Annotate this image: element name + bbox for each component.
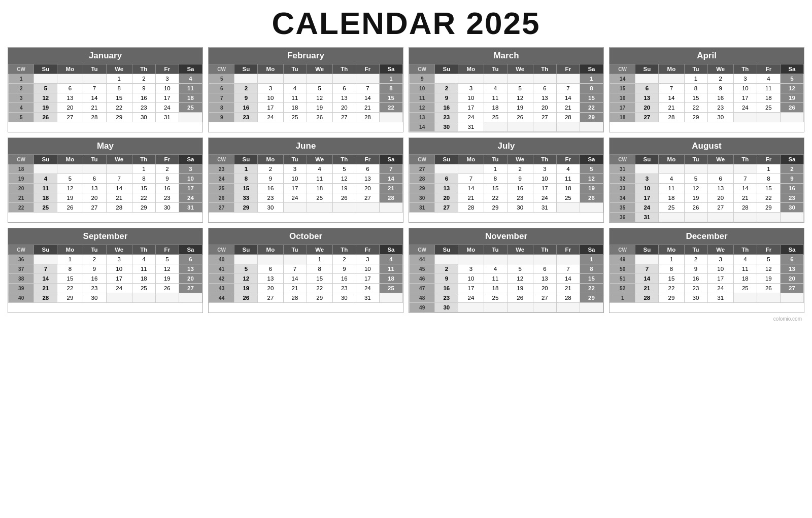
day-cell: 5	[307, 84, 332, 93]
month-title: August	[610, 138, 804, 154]
day-cell: 21	[659, 103, 684, 113]
day-cell: 14	[733, 184, 757, 193]
day-cell: 2	[684, 255, 707, 264]
day-cell: 16	[507, 184, 533, 193]
day-cell: 23	[780, 193, 803, 203]
cw-cell: 5	[209, 74, 234, 84]
day-cell: 7	[34, 264, 57, 274]
day-cell: 11	[484, 274, 507, 284]
cw-cell: 22	[9, 203, 34, 213]
day-cell	[757, 293, 780, 303]
day-cell: 13	[83, 184, 106, 193]
day-cell: 31	[179, 203, 202, 213]
day-cell	[635, 164, 659, 174]
month-title: October	[209, 228, 403, 245]
day-cell: 25	[283, 113, 307, 122]
day-cell: 20	[435, 193, 458, 203]
day-cell: 29	[580, 113, 603, 122]
day-cell	[83, 164, 106, 174]
day-cell: 29	[132, 203, 155, 213]
day-cell: 19	[307, 103, 332, 113]
day-cell: 30	[507, 203, 533, 213]
day-cell: 15	[307, 274, 332, 284]
day-cell	[332, 74, 356, 84]
day-header-sa: Sa	[780, 155, 803, 164]
day-cell: 12	[307, 93, 332, 103]
day-cell	[234, 74, 258, 84]
day-cell: 16	[155, 184, 179, 193]
day-cell: 14	[659, 93, 684, 103]
cw-header: CW	[209, 245, 234, 255]
day-cell: 6	[179, 255, 202, 264]
day-cell: 27	[83, 203, 106, 213]
day-cell: 24	[458, 293, 484, 303]
day-cell: 8	[234, 174, 258, 184]
day-cell: 12	[57, 184, 83, 193]
day-cell	[733, 113, 757, 122]
day-cell: 2	[234, 84, 258, 93]
day-header-th: Th	[132, 64, 155, 74]
day-cell: 5	[780, 74, 803, 84]
day-cell: 30	[780, 203, 803, 213]
day-cell: 27	[258, 293, 283, 303]
day-cell: 17	[155, 93, 179, 103]
day-cell: 31	[707, 293, 733, 303]
day-cell: 4	[556, 164, 580, 174]
day-cell: 11	[733, 264, 757, 274]
day-cell	[507, 303, 533, 313]
day-cell: 14	[556, 274, 580, 284]
day-cell: 12	[332, 174, 356, 184]
day-cell: 8	[106, 84, 132, 93]
day-cell: 12	[155, 264, 179, 274]
cw-cell: 46	[410, 274, 435, 284]
day-cell: 26	[155, 284, 179, 293]
day-cell	[780, 293, 803, 303]
day-cell: 8	[484, 174, 507, 184]
day-cell	[556, 255, 580, 264]
cw-header: CW	[610, 64, 635, 74]
day-cell: 28	[34, 293, 57, 303]
cw-cell: 1	[9, 74, 34, 84]
day-cell	[307, 203, 332, 213]
day-cell: 13	[533, 93, 556, 103]
cw-cell: 27	[209, 203, 234, 213]
day-cell: 28	[83, 113, 106, 122]
day-cell: 21	[106, 193, 132, 203]
day-header-sa: Sa	[379, 245, 402, 255]
day-cell	[659, 164, 684, 174]
cw-cell: 37	[9, 264, 34, 274]
day-cell: 9	[234, 93, 258, 103]
month-table: CWSuMoTuWeThFrSa141234515678910111216131…	[610, 64, 804, 122]
day-cell: 27	[57, 113, 83, 122]
day-header-sa: Sa	[179, 64, 202, 74]
day-cell: 7	[458, 174, 484, 184]
day-cell	[484, 303, 507, 313]
day-cell: 12	[684, 184, 707, 193]
day-cell	[580, 203, 603, 213]
day-cell	[34, 164, 57, 174]
day-header-su: Su	[635, 245, 659, 255]
day-header-th: Th	[533, 155, 556, 164]
day-cell: 8	[659, 264, 684, 274]
day-cell: 30	[132, 113, 155, 122]
day-cell: 16	[83, 274, 106, 284]
day-cell: 26	[780, 103, 803, 113]
calendar-grid: JanuaryCWSuMoTuWeThFrSa11234256789101131…	[8, 47, 804, 313]
day-cell: 19	[580, 184, 603, 193]
day-cell: 5	[155, 255, 179, 264]
day-header-we: We	[307, 64, 332, 74]
day-cell	[179, 113, 202, 122]
day-cell: 29	[307, 293, 332, 303]
day-header-mo: Mo	[458, 155, 484, 164]
cw-cell: 21	[9, 193, 34, 203]
cw-cell: 40	[9, 293, 34, 303]
day-header-th: Th	[332, 64, 356, 74]
day-cell	[484, 74, 507, 84]
day-cell: 19	[757, 274, 780, 284]
day-cell: 24	[155, 103, 179, 113]
day-cell: 30	[435, 122, 458, 132]
day-cell: 20	[258, 284, 283, 293]
day-cell: 14	[356, 93, 379, 103]
day-cell: 21	[379, 184, 402, 193]
day-cell: 9	[155, 174, 179, 184]
